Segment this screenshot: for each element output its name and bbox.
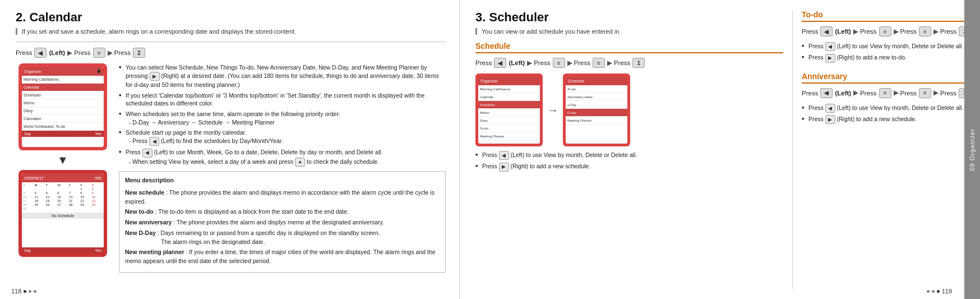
page-number-right: 119: [942, 288, 952, 295]
bullet-4: Schedule start up page is the montly cal…: [119, 128, 446, 146]
sched-menu-btn[interactable]: ≡: [553, 58, 565, 68]
calendar-bullets: You can select New Schedule, New Things …: [119, 63, 446, 167]
press-label-2: Press: [74, 49, 90, 56]
screen-row-7: World Scheduled, To-do: [22, 123, 104, 131]
main-content: 2. Calendar If you set and save a schedu…: [0, 0, 980, 299]
ann-press-1: Press: [802, 90, 818, 96]
todo-right-inline[interactable]: ▶: [825, 54, 835, 63]
bullet-1: You can select New Schedule, New Things …: [119, 63, 446, 89]
sched-screen-header-1: Organizer: [478, 76, 540, 85]
screen-date-text: 2008/08/17: [24, 176, 44, 180]
sched-right-inline[interactable]: ▶: [499, 163, 509, 172]
screen-row-2: Calendar: [22, 84, 104, 91]
sched-row-4: Memo: [478, 109, 540, 117]
menu-item-2-label: New to-do: [125, 208, 154, 215]
anniversary-section: Anniversary Press ◀ (Left) ▶ Press ≡ ▶ P…: [802, 72, 967, 125]
sched-left-inline[interactable]: ◀: [499, 151, 509, 160]
sched-bullet-2: Press ▶ (Right) to add a new schedule.: [475, 162, 783, 171]
schedule-subtitle: Schedule: [475, 42, 783, 53]
sched-left-label: (Left): [509, 59, 525, 66]
arrow-2: ▶: [108, 49, 112, 57]
menu-item-1: New schedule : The phone provides the al…: [125, 188, 440, 206]
sched-bullet-1: Press ◀ (Left) to use View by month, Del…: [475, 151, 783, 160]
menu-item-3: New anniversary : The phone provides the…: [125, 218, 440, 227]
screen-header-text: Organizer: [24, 70, 41, 73]
menu-item-5: New meeting planner : If you enter a tim…: [125, 248, 440, 266]
ann-left-inline[interactable]: ◀: [825, 104, 835, 113]
todo-menu-btn[interactable]: ≡: [879, 26, 891, 36]
sched-screen-1: Organizer Morning Call/Alarms Calendar S…: [478, 76, 540, 144]
right-btn-inline[interactable]: ▶: [150, 72, 160, 81]
screen-header-icon: 📱: [96, 69, 101, 73]
left-btn-1[interactable]: ◀: [34, 48, 47, 58]
sched-num-btn[interactable]: ≡: [593, 58, 605, 68]
ann-bullet-1: Press ◀ (Left) to use View by month, Del…: [802, 104, 967, 113]
screen-row-5: Diary: [22, 107, 104, 115]
todo-press-1: Press: [802, 28, 818, 35]
menu-item-4-label: New D-Day: [125, 229, 156, 236]
down-arrow: ▼: [57, 154, 68, 167]
todo-press-line: Press ◀ (Left) ▶ Press ≡ ▶ Press ≡ ▶ Pre…: [802, 26, 967, 36]
sched2-row-5: Meeting Planner: [566, 117, 627, 125]
left-btn-inline-2[interactable]: ◀: [142, 149, 152, 158]
sched-row-6: To-do: [478, 125, 540, 132]
menu-description-box: Menu description New schedule : The phon…: [119, 171, 446, 273]
menu-item-1-label: New schedule: [125, 189, 164, 196]
menu-btn-1[interactable]: ≡: [93, 48, 105, 58]
sched-final-btn[interactable]: 1: [632, 58, 645, 68]
left-btn-inline-1[interactable]: ◀: [149, 137, 159, 146]
num-btn-1[interactable]: 2: [133, 48, 145, 58]
sched-left-btn[interactable]: ◀: [494, 58, 506, 68]
calendar-title: 2. Calendar: [16, 10, 446, 25]
sched-row-3: Scheduler: [478, 101, 540, 109]
menu-item-4: New D-Day : Days remaining to or passed …: [125, 229, 440, 247]
sched-press-2: Press: [534, 59, 550, 66]
todo-left-inline[interactable]: ◀: [825, 42, 835, 51]
ann-press-4: Press: [940, 90, 956, 96]
todo-left-btn[interactable]: ◀: [820, 26, 833, 36]
todo-press-2: Press: [860, 28, 876, 35]
bullet-5: Press ◀ (Left) to use Month, Week, Go to…: [119, 148, 446, 167]
todo-subtitle: To-do: [802, 10, 967, 22]
ann-left-btn[interactable]: ◀: [820, 88, 833, 98]
schedule-press-line: Press ◀ (Left) ▶ Press ≡ ▶ Press ≡ ▶ Pre…: [475, 58, 783, 68]
bullet-3: When schedules set to the same time, ala…: [119, 110, 446, 126]
left-label-1: (Left): [49, 49, 65, 56]
todo-num-btn[interactable]: ≡: [919, 26, 931, 36]
sched-press-1: Press: [475, 59, 492, 66]
calendar-press-line: Press ◀ (Left) ▶ Press ≡ ▶ Press 2: [16, 48, 446, 58]
menu-item-2: New to-do : The to-do item is displayed …: [125, 208, 440, 217]
ann-num-btn[interactable]: ≡: [919, 88, 931, 98]
todo-bullets: Press ◀ (Left) to use View by month, Del…: [802, 42, 967, 63]
ann-bullet-2: Press ▶ (Right) to add a new schedule.: [802, 115, 967, 124]
sched2-row-3: 1-Day: [566, 101, 627, 109]
arrow-1: ▶: [67, 49, 72, 57]
todo-press-3: Press: [900, 28, 917, 35]
ann-left-label: (Left): [835, 90, 851, 96]
dot-6: [937, 290, 940, 293]
sched-header-text-2: Schedule: [568, 79, 584, 83]
scheduler-description: You can view or add schedule you have en…: [475, 28, 783, 35]
scheduler-section: 3. Scheduler You can view or add schedul…: [460, 0, 980, 299]
calendar-content: You can select New Schedule, New Things …: [119, 63, 446, 273]
screen-header-2: 2008/08/17 000: [22, 173, 104, 182]
calendar-section: 2. Calendar If you set and save a schedu…: [0, 0, 460, 299]
screen-footer-left: Say: [24, 132, 31, 136]
page-footer-right: 119: [927, 288, 952, 295]
phone-mockup-2: 2008/08/17 000 SMTWTFS 12 3456789 101112…: [19, 170, 107, 257]
sched-row-2: Calendar: [478, 93, 540, 101]
ann-menu-btn[interactable]: ≡: [879, 88, 891, 98]
schedule-bullets: Press ◀ (Left) to use View by month, Del…: [475, 151, 783, 172]
calendar-description: If you set and save a schedule, alarm ri…: [16, 28, 446, 35]
schedule-arrow-right: →: [547, 73, 558, 146]
phone-screen-2: 2008/08/17 000 SMTWTFS 12 3456789 101112…: [22, 173, 104, 254]
screen-row-4: Memo: [22, 99, 104, 107]
screen-footer-right: Yes: [95, 132, 101, 136]
sched-press-3: Press: [574, 59, 590, 66]
sched-header-text-1: Organizer: [480, 79, 498, 83]
screen-header-1: Organizer 📱: [22, 67, 104, 76]
ann-right-inline[interactable]: ▶: [825, 115, 835, 124]
ok-btn-inline[interactable]: ●: [295, 158, 305, 167]
dot-1: [24, 290, 26, 293]
todo-press-4: Press: [940, 28, 956, 35]
